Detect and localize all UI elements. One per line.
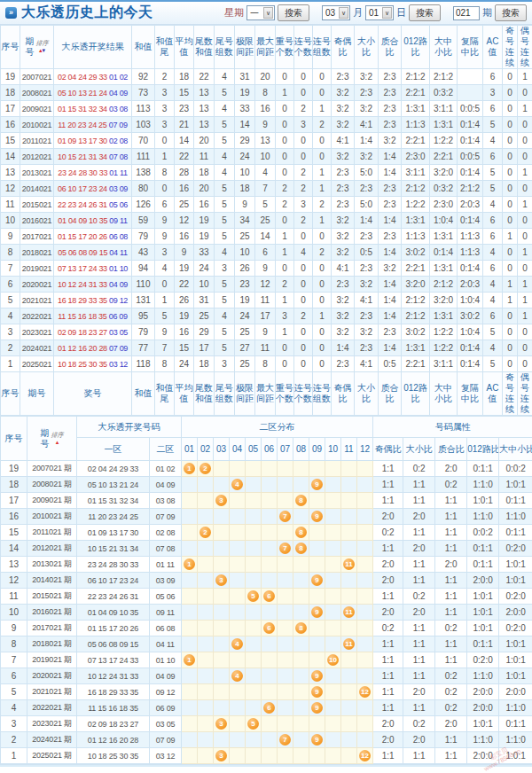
zone1-numbers-cell: 16 18 29 33 35 — [77, 684, 150, 700]
ball-grid-cell — [341, 509, 357, 525]
stat-cell: 3:1:1 — [430, 356, 458, 372]
t2-ball-column-header: 08 — [293, 438, 309, 461]
stat-cell: 17 — [255, 308, 276, 324]
stat-cell: 0:1:4 — [458, 165, 483, 181]
stat-cell: 0 — [518, 324, 532, 340]
ball-grid-cell — [182, 493, 198, 509]
stat-cell: 0 — [503, 324, 518, 340]
attr-cell: 1:1 — [403, 573, 435, 589]
seq-cell: 15 — [1, 525, 27, 541]
ball-grid-cell — [198, 748, 214, 764]
week-search-button[interactable]: 搜索 — [278, 4, 309, 21]
zone2-numbers-cell: 03 05 — [150, 716, 182, 732]
stat-cell: 6 — [483, 101, 503, 117]
attr-cell: 2:0 — [373, 605, 403, 621]
front-zone-numbers: 01 04 09 10 35 — [58, 216, 107, 225]
attr-cell: 1:0:1 — [467, 493, 499, 509]
ball-grid-cell — [214, 557, 230, 573]
stat-cell: 4:1 — [332, 133, 355, 149]
stat-cell: 23 — [175, 101, 194, 117]
front-zone-numbers: 23 24 28 30 33 — [58, 168, 107, 177]
ball-grid-cell — [246, 700, 262, 716]
stat-cell: 6 — [483, 69, 503, 85]
stat-cell: 0 — [294, 356, 313, 372]
ball-grid-cell — [246, 684, 262, 700]
attr-cell: 1:1 — [435, 541, 467, 557]
ball-grid-cell: 9 — [309, 509, 325, 525]
ball-grid-cell — [198, 509, 214, 525]
stat-cell: 4 — [483, 277, 503, 293]
stat-cell: 12 — [175, 213, 194, 229]
back-zone-numbers: 01 02 — [109, 73, 128, 82]
seq-cell: 14 — [1, 149, 20, 165]
t1-footer-column-header: 质合 比 — [379, 372, 402, 416]
stat-cell: 3 — [276, 308, 294, 324]
stat-cell: 6 — [483, 308, 503, 324]
back-zone-numbers: 02 08 — [109, 137, 128, 145]
ball-grid-cell — [198, 652, 214, 668]
date-search-button[interactable]: 搜索 — [409, 4, 441, 21]
attr-cell: 0:1:1 — [499, 525, 532, 541]
stat-cell: 95 — [132, 308, 155, 324]
ball-grid-cell — [293, 652, 309, 668]
stat-cell: 19 — [194, 229, 215, 245]
stat-cell: 9 — [175, 245, 194, 261]
stat-cell: 111 — [132, 149, 155, 165]
zone2-table-row: 162010021 期11 20 23 24 2507 09792:02:01:… — [1, 509, 532, 525]
stat-cell: 0 — [313, 133, 332, 149]
stat-cell: 0 — [503, 213, 518, 229]
ball-grid-cell — [278, 636, 293, 652]
stat-cell: 9 — [255, 117, 276, 133]
stat-cell: 19 — [194, 213, 215, 229]
ball-grid-cell — [198, 605, 214, 621]
stat-cell: 2:1:2 — [402, 293, 430, 308]
back-zone-ball: 6 — [263, 702, 275, 714]
front-zone-numbers: 01 15 17 20 26 — [58, 232, 107, 241]
front-zone-numbers: 10 15 21 31 34 — [58, 152, 107, 161]
stat-cell: 27 — [235, 340, 255, 356]
ball-grid-cell — [278, 525, 293, 541]
issue-search-button[interactable]: 搜索 — [495, 4, 527, 21]
ball-grid-cell — [262, 636, 278, 652]
ball-grid-cell — [246, 493, 262, 509]
t1-column-header: 尾数 和值 — [194, 26, 215, 69]
stat-cell: 0 — [503, 181, 518, 197]
stat-cell: 33 — [235, 101, 255, 117]
week-select[interactable]: 一 ∨ — [246, 5, 275, 20]
back-zone-ball: 1 — [184, 558, 195, 570]
ball-grid-cell — [325, 461, 341, 477]
ball-grid-cell — [230, 605, 246, 621]
ball-grid-cell — [262, 716, 278, 732]
ball-grid-cell — [325, 525, 341, 541]
sort-control[interactable]: 排序▴ — [51, 432, 64, 446]
back-zone-numbers: 04 09 — [109, 280, 128, 289]
stat-cell: 6 — [483, 229, 503, 245]
stat-cell: 1 — [518, 197, 532, 213]
sort-label: 排序 — [51, 432, 64, 438]
stat-cell: 4 — [255, 165, 276, 181]
stat-cell: 0:5 — [379, 356, 402, 372]
ball-grid-cell — [198, 573, 214, 589]
month-select[interactable]: 03 ∨ — [322, 5, 350, 20]
attr-cell: 1:0:1 — [467, 589, 499, 605]
history-table-row: 8201802105 06 08 09 15 04 11433933410614… — [1, 245, 532, 261]
day-select[interactable]: 01 ∨ — [365, 5, 394, 20]
zone2-numbers-cell: 07 09 — [150, 732, 182, 748]
back-zone-ball: 8 — [295, 495, 307, 506]
stat-cell: 1:0:4 — [458, 293, 483, 308]
sort-label: 排序 — [36, 40, 49, 46]
page-title: 大乐透历史上的今天 — [21, 4, 153, 22]
attr-cell: 2:0 — [403, 541, 435, 557]
ball-grid-cell — [262, 509, 278, 525]
t2-ball-column-header: 10 — [325, 438, 341, 461]
ball-grid-cell — [262, 652, 278, 668]
sort-control[interactable]: 排序▴▾ — [36, 40, 49, 54]
seq-cell: 16 — [1, 117, 20, 133]
attr-cell: 2:0 — [373, 573, 403, 589]
ball-grid-cell: 9 — [309, 573, 325, 589]
issue-cell: 2008021 期 — [27, 477, 77, 493]
issue-input[interactable] — [453, 6, 480, 20]
stat-cell: 2:3 — [332, 197, 355, 213]
ball-grid-cell — [246, 732, 262, 748]
stat-cell: 9 — [235, 197, 255, 213]
